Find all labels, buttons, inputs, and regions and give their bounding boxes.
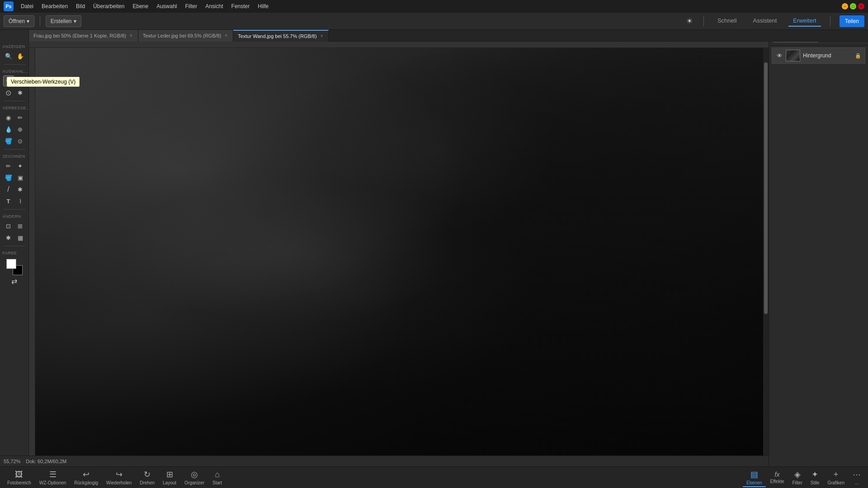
share-button[interactable]: Teilen [840, 15, 864, 27]
zeichnen-row-4: T ⌇ [3, 196, 26, 206]
line-tool[interactable]: / [3, 184, 14, 195]
menu-hilfe[interactable]: Hilfe [254, 2, 272, 11]
tab-frau-close[interactable]: × [129, 33, 133, 38]
bottom-rueckgaengig[interactable]: ↩ Rückgängig [71, 468, 102, 487]
menu-fenster[interactable]: Fenster [228, 2, 254, 11]
tab-leder[interactable]: Textur Leder.jpg bei 69.5% (RGB/8) × [138, 30, 234, 42]
bottom-more[interactable]: ⋯ ... [849, 468, 864, 487]
zeichnen-row-2: 🪣 ▣ [3, 172, 26, 183]
clone-stamp-tool[interactable]: ⊕ [15, 124, 26, 135]
transform-grid-tool[interactable]: ▦ [15, 232, 26, 243]
menu-filter[interactable]: Filter [182, 2, 201, 11]
bottom-effekte[interactable]: fx Effekte [767, 469, 788, 486]
color-swatches[interactable] [6, 259, 23, 275]
rueckgaengig-label: Rückgängig [74, 480, 98, 485]
menu-ebene[interactable]: Ebene [129, 2, 152, 11]
marquee-tool[interactable]: ⊡ [15, 75, 26, 86]
divider-1 [4, 64, 25, 65]
paint-bucket-tool[interactable]: 🪣 [3, 172, 14, 183]
wz-optionen-label: WZ-Optionen [39, 480, 66, 485]
drehen-icon: ↻ [144, 469, 151, 479]
aendern-row-1: ⊡ ⊞ [3, 221, 26, 231]
mode-schnell[interactable]: Schnell [713, 15, 741, 27]
slice-tool[interactable]: ⊞ [15, 221, 26, 231]
swap-colors-icon[interactable]: ⇄ [11, 277, 17, 286]
layer-visibility-eye[interactable]: 👁 [776, 52, 783, 59]
menu-bild[interactable]: Bild [72, 2, 89, 11]
brightness-icon[interactable]: ☀ [684, 16, 694, 26]
tab-wand-close[interactable]: × [320, 33, 324, 39]
rectangle-tool[interactable]: ▣ [15, 172, 26, 183]
menu-auswahl[interactable]: Auswahl [153, 2, 180, 11]
retouch-tool[interactable]: ✱ [3, 232, 14, 243]
bottom-drehen[interactable]: ↻ Drehen [136, 468, 158, 487]
scrollbar-vertical-thumb[interactable] [764, 62, 768, 314]
ebenen-icon: ▤ [750, 469, 758, 479]
menu-ansicht[interactable]: Ansicht [202, 2, 226, 11]
filter-icon: ◈ [794, 469, 801, 479]
menu-ueberarbeiten[interactable]: Überarbeiten [90, 2, 128, 11]
tab-wand[interactable]: Textur Wand.jpg bei 55.7% (RGB/8) × [233, 30, 329, 42]
active-indicator [743, 486, 765, 487]
effekte-icon: fx [775, 471, 780, 478]
close-button[interactable]: × [858, 3, 864, 9]
bottom-grafiken[interactable]: + Grafiken [824, 468, 848, 487]
window-controls: − □ × [842, 3, 864, 9]
magic-wand-tool[interactable]: ✱ [15, 87, 26, 98]
auswahl-row-2: ⊙ ✱ [3, 87, 26, 98]
bottom-fotobereich[interactable]: 🖼 Fotobereich [4, 468, 35, 487]
bottom-ebenen[interactable]: ▤ Ebenen [743, 468, 765, 487]
canvas-area [35, 48, 763, 455]
ruler-top [29, 42, 769, 48]
mode-assistent[interactable]: Assistent [749, 15, 782, 27]
star-shape-tool[interactable]: ✱ [15, 184, 26, 195]
maximize-button[interactable]: □ [850, 3, 856, 9]
shape-tool[interactable]: ✦ [15, 160, 26, 171]
bottom-start[interactable]: ⌂ Start [209, 468, 226, 487]
scrollbar-vertical[interactable] [763, 42, 769, 461]
bottom-wz-optionen[interactable]: ☰ WZ-Optionen [36, 468, 70, 487]
fill-tool[interactable]: 🪣 [3, 136, 14, 146]
wz-optionen-icon: ☰ [49, 469, 57, 479]
bottom-wiederholen[interactable]: ↪ Wiederholen [103, 468, 135, 487]
wiederholen-label: Wiederholen [106, 480, 132, 485]
brush-tool[interactable]: ✏ [15, 112, 26, 123]
calligraphy-tool[interactable]: ⌇ [15, 196, 26, 206]
section-farbe-label: FARBE [3, 251, 26, 255]
menu-datei[interactable]: Datei [17, 2, 37, 11]
dodge-tool[interactable]: ⊙ [15, 136, 26, 146]
move-tool[interactable]: ↖ [3, 75, 14, 86]
pen-tool[interactable]: ✏ [3, 160, 14, 171]
healing-tool[interactable]: 💧 [3, 124, 14, 135]
lasso-tool[interactable]: ⊙ [3, 87, 14, 98]
foreground-color-swatch[interactable] [6, 259, 16, 269]
eye-adjustment-tool[interactable]: ◉ [3, 112, 14, 123]
rueckgaengig-icon: ↩ [83, 469, 90, 479]
section-verbesse-label: VERBESSE... [3, 106, 26, 110]
bottom-tools-left: 🖼 Fotobereich ☰ WZ-Optionen ↩ Rückgängig… [4, 468, 226, 487]
bottom-stile[interactable]: ✦ Stile [807, 468, 823, 487]
mode-erweitert[interactable]: Erweitert [788, 15, 821, 27]
tab-frau[interactable]: Frau.jpg bei 50% (Ebene 1 Kopie, RGB/8) … [29, 30, 138, 42]
layer-item-hintergrund[interactable]: 👁 Hintergrund 🔒 [772, 47, 865, 64]
layer-lock-icon[interactable]: 🔒 [855, 53, 861, 59]
menu-bearbeiten[interactable]: Bearbeiten [38, 2, 71, 11]
minimize-button[interactable]: − [842, 3, 848, 9]
hand-tool[interactable]: ✋ [15, 51, 26, 61]
bottom-organizer[interactable]: ◎ Organizer [181, 468, 208, 487]
toolbar-right: ☀ Schnell Assistent Erweitert Teilen [684, 15, 864, 27]
text-tool[interactable]: T [3, 196, 14, 206]
effekte-label: Effekte [770, 479, 784, 484]
bottom-layout[interactable]: ⊞ Layout [159, 468, 180, 487]
zeichnen-row-3: / ✱ [3, 184, 26, 195]
filter-label: Filter [793, 480, 802, 485]
organizer-icon: ◎ [191, 469, 198, 479]
tab-leder-close[interactable]: × [224, 33, 228, 38]
zoom-tool[interactable]: 🔍 [3, 51, 14, 61]
open-button[interactable]: Öffnen ▾ [4, 15, 34, 27]
crop-tool[interactable]: ⊡ [3, 221, 14, 231]
aendern-row-2: ✱ ▦ [3, 232, 26, 243]
bottom-filter[interactable]: ◈ Filter [789, 468, 806, 487]
left-toolbar: ANZEIGEN 🔍 ✋ AUSWAHL... ↖ ⊡ ⊙ ✱ VERBESSE… [0, 30, 29, 466]
create-button[interactable]: Erstellen ▾ [46, 15, 81, 27]
